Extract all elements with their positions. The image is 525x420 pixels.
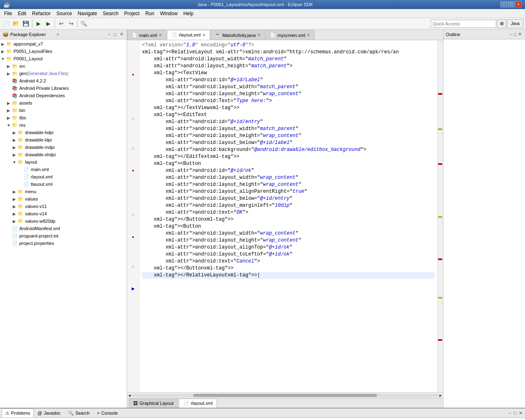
tree-expand-arrow[interactable]: ▶: [6, 101, 11, 105]
outline-close-button[interactable]: ✕: [517, 32, 523, 37]
save-button[interactable]: 💾: [21, 19, 30, 28]
bottom-editor-tab-graphical[interactable]: 🖼 Graphical Layout: [129, 399, 178, 408]
outline-maximize-button[interactable]: □: [513, 32, 517, 37]
tab-close-button[interactable]: ✕: [307, 33, 310, 37]
outline-minimize-button[interactable]: −: [509, 32, 513, 37]
menu-item-refactor[interactable]: Refactor: [30, 10, 53, 17]
tree-item-libs[interactable]: ▶📁libs: [0, 114, 127, 121]
tree-item-p0051[interactable]: ▶📁P0051_LayoutFiles: [0, 48, 127, 55]
maximize-button[interactable]: □: [508, 2, 514, 7]
tree-item-drawable-mdpi[interactable]: ▶📁drawable-mdpi: [0, 144, 127, 151]
tree-item-gen[interactable]: ▶📁gen [Generated Java Files]: [0, 70, 127, 77]
tree-expand-arrow[interactable]: ▶: [0, 49, 6, 54]
horizontal-scrollbar[interactable]: ◀ ▶: [127, 392, 443, 398]
tree-item-values-v14[interactable]: ▶📁values-v14: [0, 210, 127, 217]
menu-item-help[interactable]: Help: [181, 10, 196, 17]
code-editor[interactable]: <?xml version="1.0" encoding="utf-8"?>xm…: [139, 40, 437, 392]
tree-item-drawable-ldpi[interactable]: ▶📁drawable-ldpi: [0, 136, 127, 144]
tree-item-androidmanifest[interactable]: 📄AndroidManifest.xml: [0, 225, 127, 232]
tree-expand-arrow[interactable]: ▶: [11, 145, 17, 150]
tree-item-rlayout-xml[interactable]: 📄rlayout.xml: [0, 173, 127, 180]
tree-item-projectprops[interactable]: 📄project.properties: [0, 240, 127, 247]
java-perspective-button[interactable]: Java: [507, 19, 523, 28]
tree-expand-arrow[interactable]: ▶: [6, 108, 11, 113]
tree-expand-arrow[interactable]: ▶: [11, 212, 17, 216]
tree-item-res[interactable]: ▼📁res: [0, 121, 127, 129]
scroll-left-button[interactable]: ◀: [128, 393, 131, 397]
problems-tab-problems[interactable]: ⚠ Problems: [2, 409, 34, 418]
tree-item-src[interactable]: ▶📁src: [0, 62, 127, 70]
editor-tab-myscreen-xml[interactable]: 📄myscreen.xml✕: [265, 30, 315, 40]
menu-item-navigate[interactable]: Navigate: [75, 10, 99, 17]
menu-item-run[interactable]: Run: [143, 10, 157, 17]
tree-expand-arrow[interactable]: ▶: [6, 64, 11, 68]
debug-button[interactable]: ▶: [34, 19, 43, 28]
tree-item-p0061[interactable]: ▼📁P0061_Layout: [0, 55, 127, 62]
editor-tab-rlayout-xml[interactable]: 📄rlayout.xml✕: [167, 30, 210, 40]
problems-tab-javadoc[interactable]: @ Javadoc: [34, 409, 64, 418]
editor-tab-mainactivity-java[interactable]: ☕MainActivity.java✕: [210, 30, 265, 40]
tree-item-androiddep[interactable]: 📚Android Dependencies: [0, 92, 127, 99]
menu-item-project[interactable]: Project: [122, 10, 142, 17]
tree-item-layout[interactable]: ▼📁layout: [0, 158, 127, 166]
bottom-panel-minimize[interactable]: −: [508, 411, 512, 416]
search-button[interactable]: 🔍: [79, 19, 88, 28]
tree-item-proguard[interactable]: 📄proguard-project.txt: [0, 232, 127, 240]
menu-item-search[interactable]: Search: [100, 10, 121, 17]
minimize-button[interactable]: −: [500, 2, 507, 7]
redo-button[interactable]: ↪: [66, 19, 75, 28]
tree-item-menu[interactable]: ▶📁menu: [0, 188, 127, 195]
bottom-editor-tab-rlayout[interactable]: 📄 rlayout.xml: [179, 399, 217, 408]
tree-expand-arrow[interactable]: ▶: [11, 197, 17, 201]
tree-item-values[interactable]: ▶📁values: [0, 195, 127, 203]
problems-tab-search[interactable]: 🔍 Search: [64, 409, 94, 418]
tree-item-drawable-hdpi[interactable]: ▶📁drawable-hdpi: [0, 129, 127, 136]
open-button[interactable]: 📂: [11, 19, 21, 28]
tree-item-drawable-xhdpi[interactable]: ▶📁drawable-xhdpi: [0, 151, 127, 158]
tree-expand-arrow[interactable]: ▶: [11, 153, 17, 157]
tree-item-android422[interactable]: 📚Android 4.2.2: [0, 77, 127, 84]
minimize-panel-button[interactable]: −: [107, 32, 111, 37]
tree-item-appcompat[interactable]: ▶📁appcompat_v7: [0, 40, 127, 48]
tab-close-button[interactable]: ✕: [257, 33, 260, 37]
perspective-button[interactable]: ⊞: [497, 19, 506, 28]
tree-expand-arrow[interactable]: ▶: [11, 138, 17, 142]
tree-expand-arrow[interactable]: ▶: [11, 204, 17, 209]
menu-item-edit[interactable]: Edit: [15, 10, 29, 17]
quick-access-input[interactable]: [431, 20, 496, 28]
tree-expand-arrow[interactable]: ▶: [6, 71, 11, 76]
tree-item-bin[interactable]: ▶📁bin: [0, 107, 127, 114]
new-button[interactable]: 📄: [2, 19, 11, 28]
bottom-panel-close[interactable]: ✕: [518, 411, 523, 416]
menu-item-window[interactable]: Window: [158, 10, 180, 17]
tree-item-values-w820dp[interactable]: ▶📁values-w820dp: [0, 217, 127, 225]
tree-expand-arrow[interactable]: ▼: [11, 160, 17, 164]
undo-button[interactable]: ↩: [57, 19, 66, 28]
tree-item-values-v11[interactable]: ▶📁values-v11: [0, 203, 127, 210]
tab-close-button[interactable]: ✕: [202, 33, 205, 37]
tree-expand-arrow[interactable]: ▶: [11, 219, 17, 224]
menu-item-file[interactable]: File: [2, 10, 14, 17]
bottom-panel-maximize[interactable]: □: [513, 411, 517, 416]
tree-expand-arrow[interactable]: ▶: [6, 116, 11, 120]
tree-item-tlauout-xml[interactable]: 📄tlauout.xml: [0, 180, 127, 188]
close-button[interactable]: ✕: [515, 2, 522, 7]
editor-content[interactable]: ●⚠⚠●⚠●⚠▶ <?xml version="1.0" encoding="u…: [127, 40, 443, 392]
tree-item-androidprivate[interactable]: 📚Android Private Libraries: [0, 84, 127, 92]
problems-tab-console[interactable]: > Console: [93, 409, 121, 418]
menu-item-source[interactable]: Source: [54, 10, 74, 17]
tree-expand-arrow[interactable]: ▼: [6, 123, 11, 128]
tree-expand-arrow[interactable]: ▶: [11, 130, 17, 135]
tree-expand-arrow[interactable]: ▼: [0, 57, 6, 61]
tree-item-assets[interactable]: ▶📁assets: [0, 99, 127, 107]
editor-tab-main-xml[interactable]: 📄main.xml✕: [127, 30, 167, 40]
tab-close-button[interactable]: ✕: [159, 33, 162, 37]
close-panel-button[interactable]: ✕: [119, 32, 124, 37]
scroll-right-button[interactable]: ▶: [439, 393, 442, 397]
tree-item-main-xml[interactable]: 📄main.xml: [0, 166, 127, 173]
tree-expand-arrow[interactable]: ▶: [11, 189, 17, 194]
scroll-thumb[interactable]: [193, 394, 377, 397]
tree-expand-arrow[interactable]: ▶: [0, 42, 6, 46]
maximize-panel-button[interactable]: □: [113, 32, 117, 37]
run-button[interactable]: ▶: [44, 19, 53, 28]
